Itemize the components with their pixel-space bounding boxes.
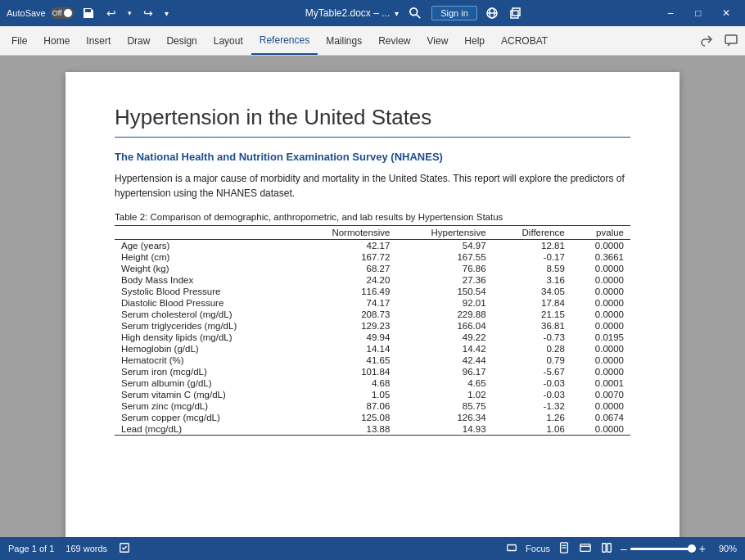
row-value: 27.36 — [396, 274, 492, 286]
row-value: 87.06 — [296, 400, 397, 412]
row-value: -0.03 — [493, 389, 571, 400]
row-label: Serum triglycerides (mg/dL) — [115, 320, 296, 332]
redo-button[interactable]: ↪ — [140, 5, 156, 21]
title-bar: AutoSave Off ↩ ▾ ↪ ▾ MyTable2.docx – ...… — [0, 0, 745, 26]
table-row: Serum zinc (mcg/dL)87.0685.75-1.320.0000 — [115, 400, 630, 412]
row-value: 0.0000 — [571, 423, 630, 436]
title-bar-left: AutoSave Off ↩ ▾ ↪ ▾ — [7, 5, 172, 21]
zoom-control[interactable]: – + — [621, 542, 706, 555]
tab-help[interactable]: Help — [456, 26, 493, 55]
tab-layout[interactable]: Layout — [205, 26, 251, 55]
row-label: Systolic Blood Pressure — [115, 286, 296, 297]
autosave-toggle[interactable]: Off — [51, 7, 74, 19]
signin-button[interactable]: Sign in — [431, 6, 477, 20]
row-label: Diastolic Blood Pressure — [115, 297, 296, 309]
row-value: 129.23 — [296, 320, 397, 332]
table-row: Serum cholesterol (mg/dL)208.73229.8821.… — [115, 309, 630, 320]
customize-qat-button[interactable]: ▾ — [161, 7, 172, 20]
table-row: Lead (mcg/dL)13.8814.931.060.0000 — [115, 423, 630, 436]
tab-file[interactable]: File — [3, 26, 35, 55]
close-button[interactable]: ✕ — [714, 3, 738, 23]
row-value: -0.17 — [493, 251, 571, 263]
maximize-button[interactable]: □ — [686, 3, 711, 23]
ribbon-right-actions — [696, 30, 742, 52]
zoom-track[interactable] — [630, 548, 696, 550]
zoom-in-button[interactable]: + — [699, 542, 706, 555]
row-value: 41.65 — [296, 355, 397, 366]
row-value: 0.0000 — [571, 309, 630, 320]
zoom-fill — [630, 548, 689, 550]
row-value: 166.04 — [396, 320, 492, 332]
row-label: Height (cm) — [115, 251, 296, 263]
tab-draw[interactable]: Draw — [119, 26, 158, 55]
row-value: -1.32 — [493, 400, 571, 412]
minimize-button[interactable]: – — [658, 3, 683, 23]
toggle-circle — [64, 9, 72, 17]
svg-rect-15 — [603, 543, 606, 552]
window-controls: – □ ✕ — [658, 3, 738, 23]
share-button[interactable] — [696, 30, 717, 52]
restore-down-button[interactable] — [507, 6, 525, 20]
row-label: Body Mass Index — [115, 274, 296, 286]
row-label: Weight (kg) — [115, 263, 296, 274]
row-value: 1.02 — [396, 389, 492, 400]
table-row: Serum albumin (g/dL)4.684.65-0.030.0001 — [115, 377, 630, 389]
row-value: 3.16 — [493, 274, 571, 286]
col-header-normotensive: Normotensive — [296, 226, 397, 240]
tab-mailings[interactable]: Mailings — [318, 26, 370, 55]
undo-dropdown[interactable]: ▾ — [124, 7, 135, 19]
row-value: 0.0000 — [571, 320, 630, 332]
row-value: 0.0000 — [571, 286, 630, 297]
reader-view-button[interactable] — [599, 542, 614, 556]
zoom-out-button[interactable]: – — [621, 542, 627, 555]
table-row: Body Mass Index24.2027.363.160.0000 — [115, 274, 630, 286]
row-value: 85.75 — [396, 400, 492, 412]
tab-design[interactable]: Design — [158, 26, 205, 55]
row-value: 14.93 — [396, 423, 492, 436]
search-button[interactable] — [404, 4, 427, 22]
tab-insert[interactable]: Insert — [78, 26, 119, 55]
globe-button[interactable] — [482, 5, 502, 21]
status-bar: Page 1 of 1 169 words Focus – — [0, 537, 745, 560]
proofread-icon[interactable] — [119, 542, 130, 555]
row-label: Hematocrit (%) — [115, 355, 296, 366]
row-value: 68.27 — [296, 263, 397, 274]
title-divider — [115, 137, 630, 138]
save-button[interactable] — [79, 5, 98, 21]
autosave-label: AutoSave — [7, 8, 46, 18]
svg-rect-16 — [607, 543, 611, 552]
filename-label: MyTable2.docx – ... — [305, 7, 390, 19]
row-value: 0.0000 — [571, 240, 630, 252]
row-value: 24.20 — [296, 274, 397, 286]
col-header-difference: Difference — [493, 226, 571, 240]
row-value: -0.03 — [493, 377, 571, 389]
row-value: 4.68 — [296, 377, 397, 389]
doc-wrapper: Hypertension in the United States The Na… — [0, 56, 745, 560]
row-value: 42.17 — [296, 240, 397, 252]
tab-acrobat[interactable]: ACROBAT — [493, 26, 556, 55]
zoom-thumb — [688, 544, 696, 553]
focus-button[interactable] — [504, 542, 519, 556]
tab-references[interactable]: References — [251, 26, 318, 55]
row-value: 42.44 — [396, 355, 492, 366]
tab-home[interactable]: Home — [35, 26, 78, 55]
row-label: Serum zinc (mcg/dL) — [115, 400, 296, 412]
row-value: 116.49 — [296, 286, 397, 297]
row-value: 1.05 — [296, 389, 397, 400]
print-layout-button[interactable] — [557, 542, 571, 556]
row-label: Serum iron (mcg/dL) — [115, 366, 296, 377]
word-count: 169 words — [65, 544, 107, 553]
table-header-row: Normotensive Hypertensive Difference pva… — [115, 226, 630, 240]
tab-view[interactable]: View — [419, 26, 457, 55]
tab-review[interactable]: Review — [370, 26, 418, 55]
filename-dropdown-icon[interactable]: ▾ — [395, 9, 399, 18]
row-value: 92.01 — [396, 297, 492, 309]
row-value: 0.0000 — [571, 343, 630, 355]
undo-button[interactable]: ↩ — [103, 5, 120, 21]
focus-label[interactable]: Focus — [526, 544, 550, 553]
comment-button[interactable] — [720, 30, 742, 52]
row-value: -0.73 — [493, 332, 571, 343]
web-layout-button[interactable] — [578, 542, 593, 556]
row-value: 0.0000 — [571, 400, 630, 412]
row-value: 208.73 — [296, 309, 397, 320]
